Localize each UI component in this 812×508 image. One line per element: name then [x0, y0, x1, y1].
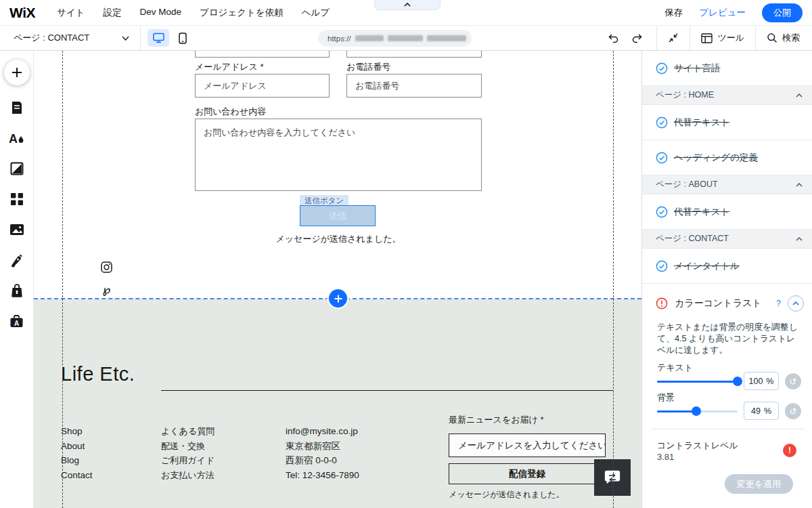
- help-link[interactable]: ?: [776, 299, 781, 308]
- menu-help[interactable]: ヘルプ: [302, 7, 330, 19]
- bg-slider-label: 背景: [657, 391, 675, 404]
- panel-section-label: ページ : HOME: [656, 89, 714, 101]
- checklist-item-site-language[interactable]: サイト言語: [642, 51, 812, 86]
- editor-left-sidebar: A A: [0, 51, 34, 508]
- chevron-up-icon: [404, 3, 411, 7]
- message-label: お問い合わせ内容: [195, 106, 266, 118]
- text-opacity-slider[interactable]: [657, 377, 738, 386]
- panel-section-label: ページ : CONTACT: [656, 233, 729, 245]
- message-textarea[interactable]: [195, 119, 482, 191]
- add-element-button[interactable]: [4, 60, 30, 85]
- contrast-title: カラーコントラスト: [675, 297, 762, 310]
- add-section-button[interactable]: [329, 289, 347, 308]
- form-field-partial-right[interactable]: [346, 51, 482, 58]
- newsletter-email-input[interactable]: [449, 433, 606, 457]
- publish-button[interactable]: 公開: [762, 3, 803, 22]
- footer-contact-email[interactable]: info@mysite.co.jp: [286, 424, 359, 439]
- footer-nav-about[interactable]: About: [61, 439, 93, 454]
- bg-opacity-value[interactable]: 49 %: [744, 402, 779, 420]
- menu-settings[interactable]: 設定: [103, 7, 121, 19]
- chevron-up-icon: [796, 93, 803, 98]
- slider-thumb[interactable]: [733, 377, 742, 386]
- checklist-item-alt-text-about[interactable]: 代替テキスト: [642, 194, 812, 230]
- footer-contact-column: info@mysite.co.jp 東京都新宿区 西新宿 0-0-0 Tel: …: [286, 424, 359, 482]
- percent-sign: %: [766, 377, 773, 386]
- tools-button[interactable]: ツール: [690, 26, 755, 50]
- app-market-icon[interactable]: A: [9, 313, 25, 329]
- media-icon[interactable]: [9, 221, 25, 238]
- page-margin-guide-right: [613, 51, 614, 508]
- undo-button[interactable]: [608, 33, 619, 43]
- bg-opacity-slider[interactable]: [657, 406, 738, 416]
- instagram-icon[interactable]: [101, 261, 112, 273]
- svg-text:A: A: [14, 320, 19, 327]
- checklist-item-alt-text-home[interactable]: 代替テキスト: [642, 105, 812, 140]
- site-footer-section[interactable]: Life Etc. Shop About Blog Contact よくある質問…: [34, 299, 641, 508]
- footer-nav-contact[interactable]: Contact: [61, 468, 93, 483]
- text-opacity-value[interactable]: 100 %: [744, 372, 779, 390]
- redo-button[interactable]: [631, 33, 643, 43]
- footer-link-payment[interactable]: お支払い方法: [161, 468, 215, 483]
- plus-icon: [334, 295, 342, 303]
- collapse-button[interactable]: [788, 295, 804, 312]
- add-apps-icon[interactable]: [9, 191, 25, 207]
- subscribe-button[interactable]: 配信登録: [449, 463, 606, 484]
- menu-dev-mode[interactable]: Dev Mode: [139, 7, 181, 19]
- phone-label: お電話番号: [346, 61, 390, 73]
- topbar-menu: サイト 設定 Dev Mode プロジェクトを依頼 ヘルプ: [57, 7, 330, 19]
- accessibility-panel: サイト言語 ページ : HOME 代替テキスト ヘッディングの定義 ページ : …: [641, 51, 812, 508]
- chevron-down-icon: [122, 36, 129, 41]
- form-success-message: メッセージが送信されました。: [195, 233, 482, 245]
- text-reset-button[interactable]: ↺: [785, 373, 801, 389]
- desktop-view-button[interactable]: [148, 29, 169, 47]
- checklist-item-label: ヘッディングの定義: [674, 152, 758, 164]
- menu-hire-professional[interactable]: プロジェクトを依頼: [200, 7, 284, 19]
- zoom-fit-button[interactable]: [657, 26, 690, 50]
- url-prefix: https://: [328, 35, 351, 43]
- page-margin-guide-left: [62, 51, 63, 508]
- slider-fill: [657, 410, 696, 412]
- phone-input[interactable]: [346, 74, 482, 98]
- apply-changes-button[interactable]: 変更を適用: [725, 474, 793, 494]
- page-selector[interactable]: ページ : CONTACT: [14, 32, 129, 44]
- percent-sign: %: [764, 406, 771, 416]
- bg-value: 49: [751, 406, 761, 416]
- footer-link-shipping[interactable]: 配送・交換: [161, 439, 215, 454]
- panel-section-home[interactable]: ページ : HOME: [642, 86, 812, 105]
- bg-reset-button[interactable]: ↺: [785, 403, 801, 419]
- slider-fill: [657, 381, 738, 383]
- slider-thumb[interactable]: [692, 406, 701, 416]
- check-circle-icon: [656, 206, 668, 218]
- tools-label: ツール: [717, 32, 744, 44]
- menu-site[interactable]: サイト: [57, 7, 85, 19]
- store-icon[interactable]: [9, 282, 25, 299]
- form-field-partial-left[interactable]: [195, 51, 330, 58]
- panel-section-contact[interactable]: ページ : CONTACT: [642, 230, 812, 249]
- pinterest-icon[interactable]: ℘: [101, 284, 112, 295]
- search-button[interactable]: 検索: [756, 26, 812, 50]
- footer-nav-blog[interactable]: Blog: [61, 453, 93, 468]
- desktop-icon: [153, 33, 164, 43]
- checklist-item-main-title[interactable]: メインタイトル: [642, 249, 812, 284]
- chat-bubble-icon: [603, 468, 622, 487]
- footer-link-faq[interactable]: よくある質問: [161, 424, 215, 439]
- panel-section-about[interactable]: ページ : ABOUT: [642, 175, 812, 194]
- pages-menu-icon[interactable]: [9, 100, 25, 116]
- site-design-icon[interactable]: A: [9, 130, 25, 146]
- submit-button[interactable]: 送信: [300, 205, 376, 226]
- email-input[interactable]: [195, 74, 330, 98]
- site-url-bar[interactable]: https://: [318, 30, 472, 47]
- background-icon[interactable]: [9, 161, 25, 177]
- notification-bar-toggle[interactable]: [374, 0, 441, 10]
- chat-widget-button[interactable]: [594, 459, 631, 496]
- chevron-up-icon: [796, 237, 803, 241]
- save-button[interactable]: 保存: [664, 7, 683, 19]
- editor-toolbar: ページ : CONTACT https://: [0, 26, 812, 51]
- preview-button[interactable]: プレビュー: [699, 7, 746, 19]
- mobile-view-button[interactable]: [172, 29, 194, 47]
- checklist-item-heading-definition[interactable]: ヘッディングの定義: [642, 140, 812, 175]
- footer-link-guide[interactable]: ご利用ガイド: [161, 453, 215, 468]
- blog-icon[interactable]: [9, 252, 25, 268]
- toolbar-separator: [140, 26, 141, 50]
- footer-nav-shop[interactable]: Shop: [61, 424, 93, 439]
